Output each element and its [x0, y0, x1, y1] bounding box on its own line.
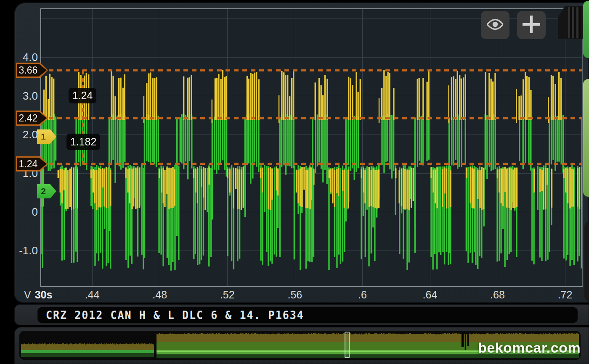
voltage-cursor-line-mid[interactable]	[40, 117, 582, 119]
watermark-text: bekomcar.com	[478, 340, 581, 356]
y-tick-label: 0	[15, 205, 38, 219]
voltage-cursor-line-low[interactable]	[40, 163, 582, 165]
overview-viewport-indicator[interactable]	[345, 332, 350, 358]
channel-1-marker[interactable]: 1	[37, 129, 56, 144]
cursor-delta-readout-lower: 1.182	[66, 134, 100, 150]
voltage-cursor-line-high[interactable]	[40, 69, 582, 71]
recording-title-bar[interactable]: CRZ 2012 CAN H & L DLC 6 & 14. P1634	[37, 307, 578, 323]
cursor-delta-readout-upper: 1.24	[69, 88, 96, 103]
y-tick-label: 2.0	[15, 128, 38, 141]
y-tick-label: 3.0	[15, 89, 38, 103]
side-drawer-tab-green-middle[interactable]	[583, 79, 589, 197]
y-unit-label: V	[24, 289, 31, 301]
x-tick-label: .6	[358, 289, 367, 301]
x-axis-left-label: V 30s	[24, 289, 52, 301]
side-drawer-tab-dark-bottom[interactable]	[584, 222, 589, 301]
x-tick-label: .48	[152, 289, 167, 301]
x-tick-label: .72	[558, 289, 573, 301]
channel-2-marker[interactable]: 2	[37, 184, 56, 198]
side-drawer-tab-green-top[interactable]	[583, 1, 589, 58]
title-bar-panel: CRZ 2012 CAN H & L DLC 6 & 14. P1634	[14, 304, 589, 325]
cursor-flag-1-24[interactable]: 1.24	[16, 156, 48, 171]
drawer-grip-icon	[568, 7, 581, 38]
x-tick-label: .44	[85, 289, 100, 301]
recording-title-text: CRZ 2012 CAN H & L DLC 6 & 14. P1634	[46, 309, 304, 322]
plus-icon	[521, 14, 541, 36]
channel-number-label: 1	[37, 129, 50, 144]
eye-icon	[486, 18, 505, 32]
x-tick-label: .56	[287, 289, 302, 301]
cursor-flag-3-66[interactable]: 3.66	[16, 63, 48, 78]
add-button[interactable]	[517, 11, 546, 39]
cursor-flag-label: 1.24	[16, 156, 40, 171]
cursor-flag-2-42[interactable]: 2.42	[16, 111, 48, 126]
channel-number-label: 2	[37, 184, 50, 198]
y-tick-label: 4.0	[15, 50, 38, 64]
x-tick-label: .52	[220, 289, 235, 301]
eye-button[interactable]	[481, 11, 509, 39]
x-tick-label: .68	[490, 289, 505, 301]
scope-app: 4.0 3.0 2.0 1.0 0 -1.0 V 30s .44 .48 .52…	[0, 0, 589, 364]
y-tick-label: -1.0	[15, 244, 38, 257]
timebase-label: 30s	[35, 289, 53, 301]
x-tick-label: .64	[423, 289, 438, 301]
waveform-plot-canvas[interactable]	[40, 8, 583, 287]
cursor-flag-label: 2.42	[16, 111, 40, 126]
cursor-flag-label: 3.66	[16, 63, 40, 78]
